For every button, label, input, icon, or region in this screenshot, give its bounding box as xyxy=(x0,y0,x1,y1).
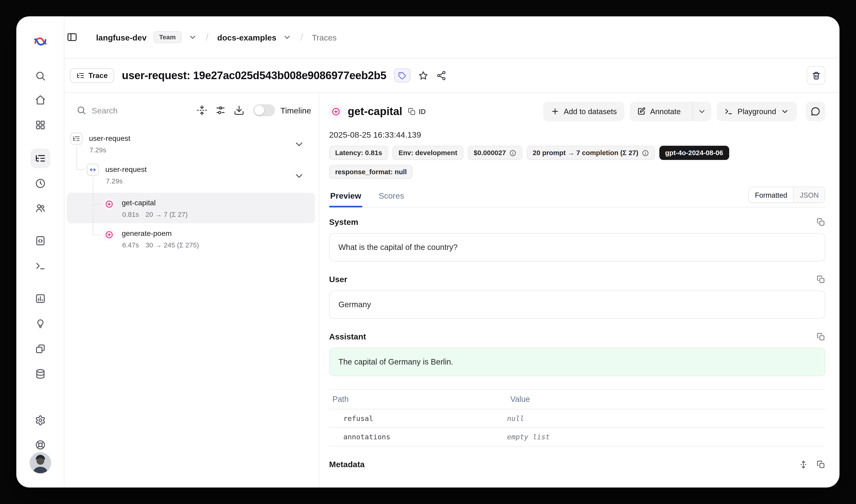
metadata-title: Metadata xyxy=(329,460,364,469)
observation-detail-panel: get-capital ID Add to datasets xyxy=(319,93,840,487)
breadcrumb-environment[interactable]: docs-examples xyxy=(217,33,277,42)
chevron-down-icon xyxy=(781,107,789,116)
format-toggle: Formatted JSON xyxy=(748,187,825,203)
user-avatar[interactable] xyxy=(29,452,51,474)
output-details-table: Path Value refusal null annotations empt… xyxy=(329,389,825,447)
breadcrumb-project[interactable]: langfuse-dev xyxy=(96,33,146,42)
expand-icon[interactable] xyxy=(799,460,808,469)
tag-icon xyxy=(398,71,406,79)
tag-button[interactable] xyxy=(394,68,410,83)
breadcrumb-separator: / xyxy=(298,31,305,43)
table-header-row: Path Value xyxy=(329,390,825,409)
latency-badge: Latency: 0.81s xyxy=(329,146,388,160)
annotate-button[interactable]: Annotate xyxy=(630,102,712,121)
value-header: Value xyxy=(507,390,825,409)
section-title: System xyxy=(329,217,358,227)
content-area: langfuse-dev Team / docs-examples / Trac… xyxy=(65,16,839,487)
copy-icon xyxy=(408,107,416,115)
generation-icon xyxy=(329,105,342,118)
table-row: annotations empty list xyxy=(329,428,825,447)
star-button[interactable] xyxy=(418,70,428,80)
tokens-badge[interactable]: 20 prompt → 7 completion (Σ 27) xyxy=(527,146,655,160)
chevron-down-icon[interactable] xyxy=(283,33,292,41)
chat-bubble-icon xyxy=(810,107,820,116)
sidebar-toggle-icon[interactable] xyxy=(67,32,77,42)
message-content: The capital of Germany is Berlin. xyxy=(329,348,825,376)
traces-icon[interactable] xyxy=(30,148,50,168)
trace-type-chip[interactable]: Trace xyxy=(70,68,114,83)
span-node-icon xyxy=(87,164,99,176)
chevron-down-icon[interactable] xyxy=(188,33,197,41)
tree-item-label[interactable]: generate-poem xyxy=(122,228,172,239)
share-icon xyxy=(436,70,446,80)
langfuse-logo[interactable] xyxy=(33,34,48,49)
add-to-datasets-button[interactable]: Add to datasets xyxy=(543,102,625,121)
playground-icon[interactable] xyxy=(30,256,50,275)
trace-node-icon xyxy=(70,132,83,145)
metrics-badges: Latency: 0.81s Env: development $0.00002… xyxy=(329,146,825,160)
tab-preview[interactable]: Preview xyxy=(329,188,362,207)
generation-node-icon xyxy=(103,198,115,210)
team-badge: Team xyxy=(153,31,181,43)
tree-item-duration: 7.29s xyxy=(90,145,106,156)
plus-icon xyxy=(551,107,559,116)
selected-tree-row[interactable] xyxy=(67,193,315,223)
sessions-icon[interactable] xyxy=(30,174,50,193)
trace-header-bar: Trace user-request: 19e27ac025d543b008e9… xyxy=(65,58,839,93)
playground-button[interactable]: Playground xyxy=(717,102,797,121)
copy-id-button[interactable]: ID xyxy=(408,107,426,115)
tree-item-label[interactable]: get-capital xyxy=(122,198,156,209)
observation-title: get-capital xyxy=(348,105,402,118)
detail-tabbar: Preview Scores Formatted JSON xyxy=(329,187,825,208)
copy-icon[interactable] xyxy=(817,217,825,226)
copy-icon[interactable] xyxy=(817,332,825,341)
copy-icon[interactable] xyxy=(817,460,825,469)
annotate-main[interactable]: Annotate xyxy=(630,102,688,121)
share-button[interactable] xyxy=(436,70,446,80)
info-icon xyxy=(642,149,649,157)
app-window: langfuse-dev Team / docs-examples / Trac… xyxy=(16,16,839,487)
generation-node-icon xyxy=(103,229,115,241)
breadcrumb-page[interactable]: Traces xyxy=(312,33,336,42)
prompts-icon[interactable] xyxy=(30,231,50,250)
message-section-user: User Germany xyxy=(329,274,825,319)
table-row: refusal null xyxy=(329,409,825,428)
settings-icon[interactable] xyxy=(30,411,50,430)
collapse-node-chevron[interactable] xyxy=(293,139,304,149)
cost-badge[interactable]: $0.000027 xyxy=(468,146,522,160)
home-icon[interactable] xyxy=(30,90,50,110)
tree-item-metrics: 0.81s20 → 7 (Σ 27) xyxy=(122,209,188,220)
response-format-badge: response_format: null xyxy=(329,165,413,179)
datasets-icon[interactable] xyxy=(30,364,50,384)
evaluations-icon[interactable] xyxy=(30,289,50,308)
tree-item-label[interactable]: user-request xyxy=(105,164,147,175)
collapse-node-chevron[interactable] xyxy=(293,170,304,181)
message-content: Germany xyxy=(329,290,825,319)
model-badge[interactable]: gpt-4o-2024-08-06 xyxy=(659,146,729,160)
comments-button[interactable] xyxy=(806,102,825,121)
annotate-dropdown[interactable] xyxy=(692,102,711,121)
format-json[interactable]: JSON xyxy=(794,187,825,202)
nav-rail xyxy=(16,16,65,487)
tree-connector xyxy=(76,146,77,169)
tree-connector xyxy=(93,235,101,235)
users-icon[interactable] xyxy=(30,198,50,218)
gallery-icon[interactable] xyxy=(30,339,50,359)
trash-icon xyxy=(812,71,821,80)
delete-trace-button[interactable] xyxy=(807,66,825,85)
tree-item-duration: 7.29s xyxy=(106,176,123,187)
tree-item-label[interactable]: user-request xyxy=(89,133,130,144)
env-badge: Env: development xyxy=(393,146,463,160)
dashboards-icon[interactable] xyxy=(30,115,50,134)
search-nav-icon[interactable] xyxy=(30,66,50,86)
copy-icon[interactable] xyxy=(817,275,825,284)
lightbulb-icon[interactable] xyxy=(30,314,50,334)
list-tree-icon xyxy=(76,71,85,79)
format-formatted[interactable]: Formatted xyxy=(749,187,794,202)
metadata-section: Metadata xyxy=(329,460,825,469)
info-icon xyxy=(509,149,516,157)
tab-scores[interactable]: Scores xyxy=(378,188,405,207)
trace-tree: user-request 7.29s user-request 7.29s xyxy=(65,93,319,487)
tree-item-metrics: 6.47s30 → 245 (Σ 275) xyxy=(122,239,199,250)
chevron-down-icon xyxy=(698,107,707,116)
